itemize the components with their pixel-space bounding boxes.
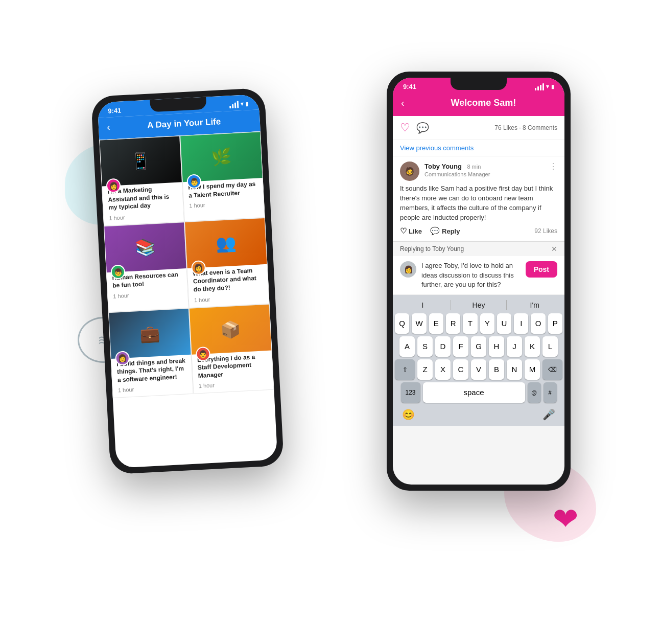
key-o[interactable]: O (531, 313, 545, 334)
key-e[interactable]: E (429, 313, 443, 334)
key-l[interactable]: L (542, 336, 558, 357)
right-battery-icon: ▮ (551, 84, 554, 89)
more-options-icon[interactable]: ⋮ (549, 162, 557, 171)
right-phone-screen: 9:41 ▾ ▮ ‹ Welcome Sam! ♡ 💬 76 (393, 78, 564, 485)
replying-to-label: Replying to Toby Young (400, 245, 464, 252)
key-f[interactable]: F (453, 336, 468, 357)
chat-icon[interactable]: 💬 (416, 122, 429, 134)
key-b[interactable]: B (489, 359, 504, 380)
predictive-word-2[interactable]: Hey (451, 300, 507, 310)
card-time: 1 hour (113, 290, 182, 300)
comment-meta: Toby Young 8 min Communications Manager (424, 162, 544, 177)
keyboard-row-2: A S D F G H J K L (395, 336, 562, 357)
avatar: 👦 (110, 264, 125, 279)
like-button[interactable]: ♡ Like (400, 226, 422, 236)
heart-icon[interactable]: ♡ (400, 121, 410, 134)
comment-time: 8 min (467, 164, 481, 170)
emoji-icon[interactable]: 😊 (402, 408, 415, 421)
scene: ❤ 9:41 ▾ ▮ ‹ A Day in Your Life (50, 41, 611, 603)
key-hash[interactable]: # (544, 382, 557, 403)
key-u[interactable]: U (497, 313, 511, 334)
key-a[interactable]: A (399, 336, 415, 357)
key-space[interactable]: space (423, 382, 525, 403)
key-c[interactable]: C (453, 359, 468, 380)
avatar: 👩 (106, 178, 121, 193)
close-reply-button[interactable]: ✕ (551, 245, 557, 253)
left-wifi-icon: ▾ (241, 101, 244, 107)
comments-count: 8 Comments (523, 124, 557, 131)
left-page-title: A Day in Your Life (116, 115, 252, 132)
left-time: 9:41 (108, 106, 122, 114)
reply-input-text[interactable]: I agree Toby, I'd love to hold an ideas … (421, 261, 521, 289)
right-back-button[interactable]: ‹ (401, 97, 405, 109)
social-stats: 76 Likes · 8 Comments (494, 124, 557, 131)
key-k[interactable]: K (525, 336, 540, 357)
list-item[interactable]: 💼 👩 I build things and break things. Tha… (108, 308, 194, 398)
card-time: 1 hour (118, 384, 187, 394)
list-item[interactable]: 📱 👩 I'm a Marketing Assistand and this i… (99, 135, 184, 226)
key-z[interactable]: Z (417, 359, 433, 380)
key-t[interactable]: T (463, 313, 477, 334)
view-previous-comments[interactable]: View previous comments (393, 140, 564, 156)
key-shift[interactable]: ⇧ (395, 359, 415, 380)
key-at[interactable]: @ (528, 382, 541, 403)
left-phone: 9:41 ▾ ▮ ‹ A Day in Your Life (91, 88, 284, 475)
comment-item: 🧔 Toby Young 8 min Communications Manage… (393, 156, 564, 241)
key-r[interactable]: R (446, 313, 460, 334)
reply-avatar: 👩 (400, 261, 416, 278)
keyboard-bottom-row: 123 space @ # (395, 382, 562, 403)
list-item[interactable]: 👥 👩 What even is a Team Coordinator and … (184, 218, 270, 308)
key-n[interactable]: N (507, 359, 522, 380)
replying-to-bar: Replying to Toby Young ✕ (393, 241, 564, 256)
commenter-role: Communications Manager (424, 171, 544, 177)
keyboard-row-1: Q W E R T Y U I O P (395, 313, 562, 334)
list-item[interactable]: 🌿 👨 How I spend my day as a Talent Recru… (180, 131, 265, 222)
key-h[interactable]: H (489, 336, 504, 357)
key-123[interactable]: 123 (401, 382, 420, 403)
right-time: 9:41 (403, 83, 416, 90)
right-notch (451, 78, 507, 90)
like-label: Like (409, 227, 422, 235)
left-back-button[interactable]: ‹ (106, 122, 110, 133)
post-button[interactable]: Post (526, 261, 557, 278)
key-i[interactable]: I (514, 313, 528, 334)
right-header: ‹ Welcome Sam! (393, 93, 564, 116)
likes-count: 76 Likes (494, 124, 517, 131)
right-status-icons: ▾ ▮ (535, 83, 554, 90)
list-item[interactable]: 📦 👨 Everything I do as a Staff Developme… (189, 304, 274, 394)
left-battery-icon: ▮ (246, 101, 249, 106)
key-m[interactable]: M (525, 359, 540, 380)
key-x[interactable]: X (435, 359, 451, 380)
key-s[interactable]: S (417, 336, 433, 357)
predictive-word-3[interactable]: I'm (507, 300, 562, 310)
key-backspace[interactable]: ⌫ (542, 359, 562, 380)
mic-icon[interactable]: 🎤 (542, 408, 555, 421)
avatar: 👨 (186, 174, 201, 189)
reply-button[interactable]: 💬 Reply (430, 226, 460, 236)
card-time: 1 hour (198, 379, 268, 389)
key-d[interactable]: D (435, 336, 451, 357)
right-wifi-icon: ▾ (546, 83, 549, 90)
reply-input-row: 👩 I agree Toby, I'd love to hold an idea… (393, 256, 564, 295)
reply-label: Reply (442, 227, 460, 235)
cards-grid: 📱 👩 I'm a Marketing Assistand and this i… (99, 131, 274, 398)
key-p[interactable]: P (548, 313, 562, 334)
social-bar: ♡ 💬 76 Likes · 8 Comments (393, 116, 564, 140)
key-g[interactable]: G (471, 336, 486, 357)
predictive-bar: I Hey I'm (395, 298, 562, 313)
key-y[interactable]: Y (480, 313, 494, 334)
comment-likes-count: 92 Likes (534, 227, 557, 235)
card-time: 1 hour (194, 293, 264, 303)
card-time: 1 hour (189, 199, 258, 209)
left-phone-screen: 9:41 ▾ ▮ ‹ A Day in Your Life (97, 94, 277, 468)
key-v[interactable]: V (471, 359, 486, 380)
key-q[interactable]: Q (395, 313, 409, 334)
list-item[interactable]: 📚 👦 Human Resources can be fun too! 1 ho… (104, 222, 189, 312)
key-j[interactable]: J (507, 336, 522, 357)
comment-actions: ♡ Like 💬 Reply 92 Likes (400, 226, 557, 236)
key-w[interactable]: W (412, 313, 426, 334)
keyboard: I Hey I'm Q W E R T Y U I O P (393, 295, 564, 426)
avatar: 👩 (191, 260, 206, 275)
right-signal-icon (535, 83, 544, 90)
predictive-word-1[interactable]: I (395, 300, 451, 310)
